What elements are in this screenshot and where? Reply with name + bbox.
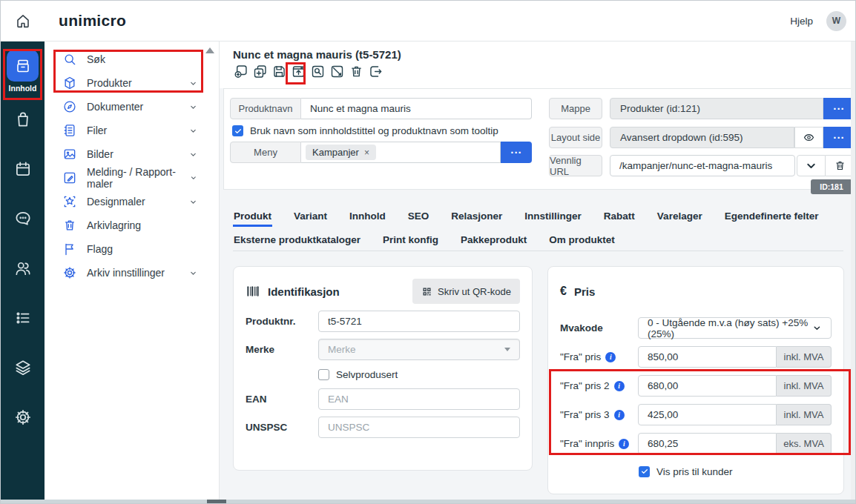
tab-eksterne-produktkataloger[interactable]: Eksterne produktkataloger xyxy=(233,231,361,251)
tab-seo[interactable]: SEO xyxy=(407,207,430,227)
url-history-button[interactable] xyxy=(797,155,826,176)
mvakode-row: Mvakode 0 - Utgående m.v.a (høy sats) +2… xyxy=(560,317,832,339)
meny-more-button[interactable]: ... xyxy=(501,142,532,163)
selvprodusert-label: Selvprodusert xyxy=(336,369,398,380)
chat-nav-button[interactable] xyxy=(13,209,33,228)
shop-nav-button[interactable] xyxy=(13,110,33,129)
trash-icon xyxy=(62,218,77,233)
sidebar-item-dokumenter[interactable]: Dokumenter xyxy=(45,95,219,119)
tab-pakkeprodukt[interactable]: Pakkeprodukt xyxy=(460,231,527,251)
identification-card: Identifikasjon Skriv ut QR-kode Produktn… xyxy=(233,266,533,471)
vis-pris-checkbox[interactable]: Vis pris til kunder xyxy=(639,464,832,479)
info-icon[interactable]: i xyxy=(614,381,625,391)
chat-icon xyxy=(13,209,33,228)
scroll-up-arrow[interactable] xyxy=(205,47,214,53)
sidebar-item-arkiv-innstillinger[interactable]: Arkiv innstillinger xyxy=(45,261,219,285)
deactivate-button[interactable] xyxy=(329,62,346,80)
produktnr-input[interactable] xyxy=(318,311,520,332)
produktnavn-field: Produktnavn xyxy=(230,98,532,119)
meny-tag[interactable]: Kampanjer × xyxy=(306,145,376,160)
publish-icon xyxy=(291,64,306,79)
tab-rabatt[interactable]: Rabatt xyxy=(603,207,636,227)
image-icon xyxy=(62,147,77,162)
help-link[interactable]: Hjelp xyxy=(790,16,813,27)
sidebar-item-innhold[interactable]: Innhold xyxy=(1,50,45,93)
fra-pris-3-input[interactable] xyxy=(638,404,777,425)
tab-variant[interactable]: Variant xyxy=(293,207,328,227)
info-icon[interactable]: i xyxy=(619,439,629,449)
delete-button[interactable] xyxy=(348,62,365,80)
users-nav-button[interactable] xyxy=(13,259,33,278)
sidebar-item-sok[interactable]: Søk xyxy=(45,47,219,71)
star-icon xyxy=(62,194,77,209)
tab-relasjoner[interactable]: Relasjoner xyxy=(450,207,503,227)
layers-nav-button[interactable] xyxy=(13,358,33,377)
sidebar-item-flagg[interactable]: Flagg xyxy=(45,237,219,261)
chevron-down-icon xyxy=(189,173,198,183)
produktnr-row: Produktnr. xyxy=(246,311,520,332)
flag-icon xyxy=(62,242,77,256)
mvakode-select[interactable]: 0 - Utgående m.v.a (høy sats) +25% (25%) xyxy=(638,317,832,339)
home-button[interactable] xyxy=(14,10,35,31)
tab-innhold[interactable]: Innhold xyxy=(349,207,386,227)
meny-tag-field[interactable]: Kampanjer × xyxy=(301,142,501,163)
tab-print-konfig[interactable]: Print konfig xyxy=(382,231,439,251)
remove-tag-icon[interactable]: × xyxy=(364,147,369,158)
list-nav-button[interactable] xyxy=(13,308,33,328)
checkbox-checked-icon xyxy=(232,125,243,136)
fra-pris-row: "Fra" prisi inkl. MVA xyxy=(560,346,832,368)
use-name-checkbox[interactable]: Bruk navn som innholdstittel og produktn… xyxy=(232,125,498,136)
shopping-bag-icon xyxy=(13,110,33,129)
sidebar-item-label: Innhold xyxy=(1,84,45,93)
selvprodusert-checkbox[interactable]: Selvprodusert xyxy=(318,367,520,382)
tab-innstillinger[interactable]: Innstillinger xyxy=(524,207,582,227)
tab-varelager[interactable]: Varelager xyxy=(656,207,703,227)
preview-search-icon xyxy=(310,64,326,79)
users-icon xyxy=(13,259,33,278)
fra-innpris-input[interactable] xyxy=(638,433,777,454)
layout-more-button[interactable]: ... xyxy=(823,127,855,148)
vertical-scrollbar-track xyxy=(851,42,855,500)
sidebar-item-produkter[interactable]: Produkter xyxy=(45,71,219,95)
sidebar-item-filer[interactable]: Filer xyxy=(45,119,219,142)
tab-produkt[interactable]: Produkt xyxy=(233,207,272,227)
fra-pris-input[interactable] xyxy=(638,346,777,368)
info-icon[interactable]: i xyxy=(614,410,625,420)
mappe-more-button[interactable]: ... xyxy=(823,98,855,119)
calendar-nav-button[interactable] xyxy=(13,159,33,179)
url-input[interactable] xyxy=(610,155,795,176)
unspsc-label: UNSPSC xyxy=(246,422,318,433)
merke-row: Merke Merke xyxy=(246,339,520,360)
page-id-badge: ID:181 xyxy=(811,179,852,194)
sidebar-item-designmaler[interactable]: Designmaler xyxy=(45,190,219,213)
fra-pris-2-row: "Fra" pris 2i inkl. MVA xyxy=(560,375,832,397)
layers-icon xyxy=(13,358,33,377)
duplicate-button[interactable] xyxy=(251,62,269,80)
horizontal-scrollbar-thumb[interactable] xyxy=(207,500,226,503)
print-qr-button[interactable]: Skriv ut QR-kode xyxy=(412,279,520,304)
preview-layout-button[interactable] xyxy=(794,127,823,148)
fra-pris-2-input[interactable] xyxy=(638,375,777,397)
unspsc-input[interactable] xyxy=(318,417,520,438)
mvakode-value: 0 - Utgående m.v.a (høy sats) +25% (25%) xyxy=(648,317,809,339)
publish-button[interactable] xyxy=(290,62,307,80)
preview-button[interactable] xyxy=(309,62,326,80)
tab-om-produktet[interactable]: Om produktet xyxy=(548,231,616,251)
settings-nav-button[interactable] xyxy=(13,408,33,427)
save-button[interactable] xyxy=(271,62,288,80)
mappe-field: Mappe Produkter (id:121) ... xyxy=(549,98,855,119)
avatar[interactable]: W xyxy=(826,11,846,31)
sidebar-item-melding-rapport-maler[interactable]: Melding- / Rapport-maler xyxy=(45,166,219,190)
ean-input[interactable] xyxy=(318,388,520,410)
tab-egendefinerte-felter[interactable]: Egendefinerte felter xyxy=(724,207,820,227)
produktnavn-input[interactable] xyxy=(301,98,532,119)
info-icon[interactable]: i xyxy=(605,352,616,362)
exit-button[interactable] xyxy=(367,62,384,80)
sidebar-item-arkivlagring[interactable]: Arkivlagring xyxy=(45,213,219,237)
layout-value: Avansert dropdown (id:595) xyxy=(610,127,794,148)
add-document-button[interactable] xyxy=(232,62,249,80)
archive-icon xyxy=(14,57,32,75)
fra-pris-3-row: "Fra" pris 3i inkl. MVA xyxy=(560,404,832,425)
merke-select[interactable]: Merke xyxy=(318,339,520,360)
sidebar-item-bilder[interactable]: Bilder xyxy=(45,142,219,166)
